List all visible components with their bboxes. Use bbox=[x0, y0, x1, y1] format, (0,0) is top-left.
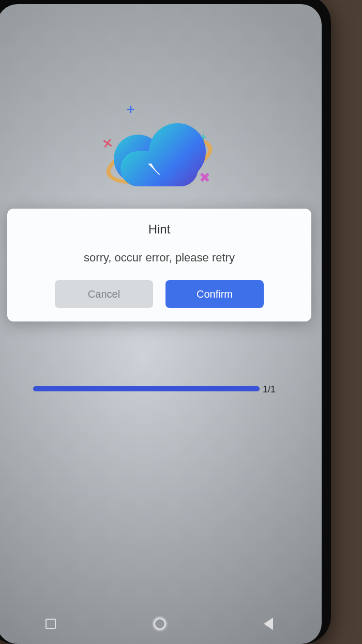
hint-dialog: Hint sorry, occur error, please retry Ca… bbox=[7, 209, 311, 321]
progress-label: 1/1 bbox=[263, 384, 276, 395]
confirm-button[interactable]: Confirm bbox=[165, 280, 264, 308]
cancel-button[interactable]: Cancel bbox=[55, 280, 153, 308]
app-logo: + ✕ + ✖ bbox=[95, 92, 224, 206]
orbit-ring-icon bbox=[102, 128, 217, 193]
recent-apps-icon[interactable] bbox=[46, 619, 56, 629]
android-nav-bar bbox=[0, 610, 322, 638]
dialog-title: Hint bbox=[20, 222, 299, 237]
home-icon[interactable] bbox=[154, 618, 166, 630]
dialog-message: sorry, occur error, please retry bbox=[20, 251, 299, 265]
decorative-x-icon: ✕ bbox=[100, 135, 114, 152]
decorative-plus-icon: + bbox=[127, 101, 134, 118]
download-progress-bar: 1/1 bbox=[33, 386, 260, 391]
decorative-x-icon: ✖ bbox=[199, 170, 210, 186]
arrow-down-icon bbox=[154, 144, 165, 166]
back-icon[interactable] bbox=[264, 618, 273, 630]
dialog-actions: Cancel Confirm bbox=[20, 280, 299, 308]
cloud-download-icon bbox=[118, 126, 201, 183]
app-home-screen: + ✕ + ✖ Hint sorry, occur error, please … bbox=[0, 4, 322, 644]
progress-fill bbox=[33, 386, 260, 391]
decorative-plus-icon: + bbox=[200, 131, 206, 144]
